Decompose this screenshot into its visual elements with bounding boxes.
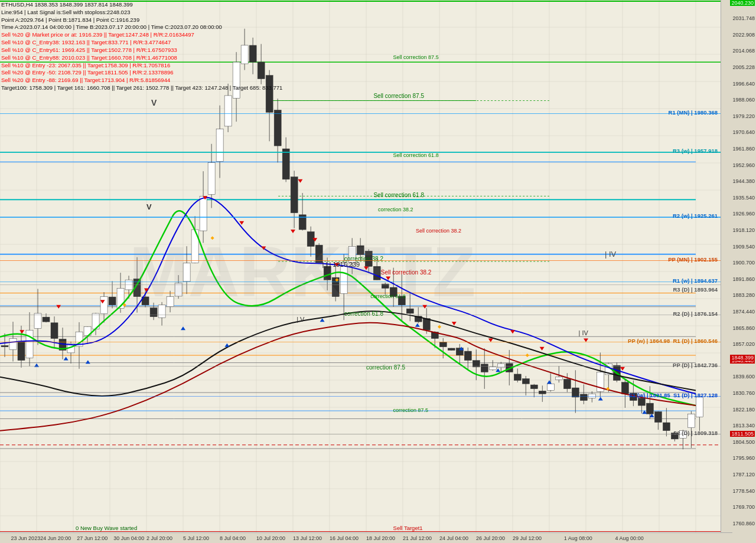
price-chart	[0, 0, 732, 543]
y-axis-price-label: 1769.700	[732, 504, 755, 510]
x-axis-time-label: 21 Jul 12:00	[403, 535, 432, 541]
x-axis-time-label: 27 Jun 12:00	[77, 535, 107, 541]
x-axis-time-label: 4 Aug 00:00	[615, 535, 644, 541]
right-price-axis: 2040.2302031.7482022.9082014.0682005.228…	[721, 0, 756, 543]
y-axis-price-label: 1970.640	[732, 129, 755, 135]
x-axis-time-label: 29 Jul 12:00	[513, 535, 542, 541]
y-axis-price-label: 1778.540	[732, 488, 755, 494]
y-axis-current-price: 1848.399	[730, 355, 755, 361]
y-axis-top-label: 2040.230	[730, 0, 755, 6]
x-axis-time-label: 18 Jul 20:00	[366, 535, 395, 541]
y-axis-price-label: 1883.280	[732, 292, 755, 298]
y-axis-price-label: 1952.960	[732, 162, 755, 168]
y-axis-price-label: 1839.600	[732, 374, 755, 380]
x-axis-time-label: 30 Jun 04:00	[113, 535, 144, 541]
y-axis-price-label: 1918.120	[732, 227, 755, 233]
x-axis-time-label: 13 Jul 12:00	[293, 535, 322, 541]
x-axis-time-label: 23 Jun 2023	[11, 535, 41, 541]
x-axis-time-label: 2 Jul 20:00	[146, 535, 172, 541]
y-axis-price-label: 1900.700	[732, 260, 755, 266]
y-axis-price-label: 1909.540	[732, 244, 755, 250]
y-axis-price-label: 1804.500	[732, 439, 755, 445]
y-axis-bottom-label: 1811.505	[730, 431, 755, 437]
y-axis-price-label: 1961.860	[732, 146, 755, 152]
x-axis-time-label: 16 Jul 04:00	[330, 535, 359, 541]
y-axis-price-label: 1760.860	[732, 521, 755, 526]
y-axis-price-label: 2005.228	[732, 64, 755, 70]
x-axis-time-label: 10 Jul 20:00	[256, 535, 285, 541]
y-axis-price-label: 2014.068	[732, 48, 755, 54]
y-axis-price-label: 1865.860	[732, 325, 755, 331]
y-axis-price-label: 1988.060	[732, 97, 755, 103]
x-axis-time-label: 24 Jul 04:00	[439, 535, 468, 541]
x-axis-time-label: 24 Jun 20:00	[40, 535, 71, 541]
y-axis-price-label: 1996.640	[732, 81, 755, 87]
y-axis-price-label: 1891.860	[732, 276, 755, 282]
y-axis-price-label: 2031.748	[732, 15, 755, 21]
y-axis-price-label: 1935.540	[732, 195, 755, 201]
y-axis-price-label: 1926.960	[732, 211, 755, 217]
y-axis-price-label: 1795.960	[732, 455, 755, 461]
y-axis-price-label: 1787.120	[732, 472, 755, 477]
y-axis-price-label: 1857.020	[732, 341, 755, 347]
y-axis-price-label: 1944.380	[732, 178, 755, 184]
y-axis-price-label: 1874.440	[732, 309, 755, 315]
x-axis-time-label: 26 Jul 20:00	[476, 535, 505, 541]
y-axis-price-label: 2022.908	[732, 32, 755, 38]
x-axis-time-label: 1 Aug 08:00	[564, 535, 592, 541]
chart-container: ETHUSD,H4 1838.353 1848.399 1837.814 184…	[0, 0, 756, 543]
x-axis-time-label: 5 Jul 12:00	[183, 535, 209, 541]
x-axis-time-label: 8 Jul 04:00	[220, 535, 246, 541]
y-axis-price-label: 1979.220	[732, 113, 755, 119]
y-axis-price-label: 1822.180	[732, 407, 755, 413]
bottom-time-axis: 23 Jun 202324 Jun 20:0027 Jun 12:0030 Ju…	[0, 532, 732, 543]
y-axis-price-label: 1830.760	[732, 390, 755, 396]
y-axis-price-label: 1813.340	[732, 423, 755, 428]
